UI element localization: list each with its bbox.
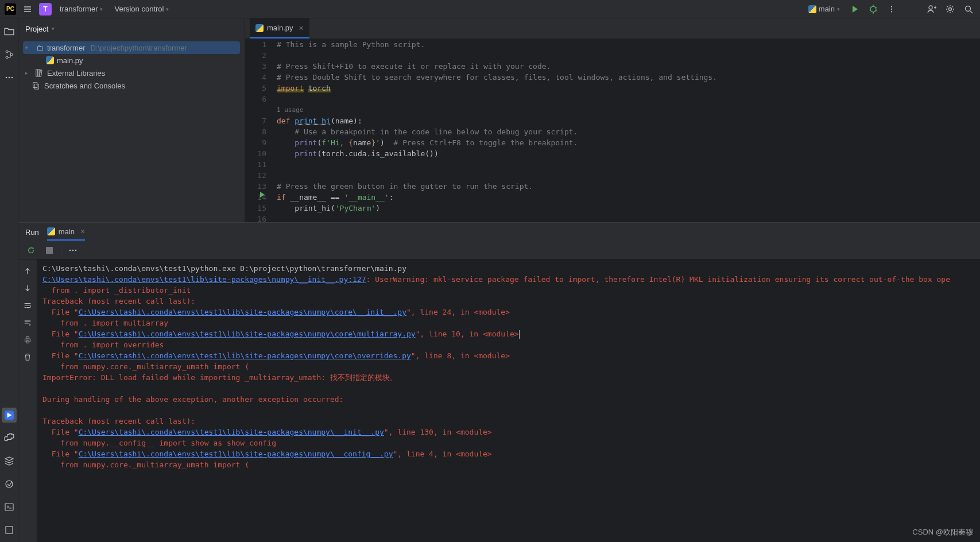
run-side-toolbar — [18, 260, 37, 542]
svg-point-2 — [891, 8, 892, 9]
python-icon — [808, 5, 816, 13]
services-icon[interactable] — [2, 454, 17, 469]
project-panel-title: Project — [25, 25, 48, 33]
editor-tab-label: main.py — [267, 24, 293, 32]
tree-file-name: main.py — [57, 56, 83, 65]
svg-point-24 — [72, 249, 74, 251]
editor-tab[interactable]: main.py × — [250, 18, 309, 38]
svg-point-0 — [870, 6, 876, 12]
scratches-label: Scratches and Consoles — [44, 82, 125, 90]
project-badge: T — [39, 3, 52, 16]
run-button[interactable] — [848, 2, 862, 16]
project-selector[interactable]: transformer ▾ — [56, 3, 106, 14]
library-icon — [35, 69, 44, 77]
svg-point-1 — [891, 6, 892, 7]
search-icon[interactable] — [962, 2, 975, 16]
run-panel: Run main × — [18, 222, 980, 542]
tree-root-item[interactable]: ▾ 🗀 transformer D:\project\python\transf… — [23, 41, 240, 54]
more-tools-icon[interactable] — [2, 70, 17, 85]
settings-icon[interactable] — [943, 2, 957, 16]
rerun-button[interactable] — [24, 243, 38, 257]
more-menu[interactable] — [885, 2, 898, 16]
gutter-run-icon[interactable] — [259, 192, 265, 198]
run-tab-label: main — [59, 227, 75, 236]
svg-point-23 — [69, 249, 71, 251]
chevron-down-icon: ▾ — [166, 6, 169, 12]
folder-icon: 🗀 — [35, 44, 44, 52]
project-name: transformer — [60, 5, 98, 13]
svg-point-10 — [5, 77, 7, 79]
stacktrace-link[interactable]: C:\Users\tashi\.conda\envs\test1\lib\sit… — [79, 450, 393, 458]
tree-file-item[interactable]: main.py — [23, 54, 240, 67]
soft-wrap-icon[interactable] — [21, 299, 34, 312]
code-usage-hint[interactable]: 1 usage — [277, 104, 973, 115]
account-icon[interactable] — [925, 2, 939, 16]
svg-rect-27 — [26, 337, 29, 339]
svg-rect-19 — [40, 70, 42, 77]
close-icon[interactable]: × — [299, 24, 304, 33]
run-tab[interactable]: main × — [47, 223, 85, 241]
console-output[interactable]: C:\Users\tashi\.conda\envs\test1\python.… — [37, 260, 980, 542]
run-config-dropdown[interactable]: main ▾ — [805, 3, 843, 14]
stacktrace-link[interactable]: C:\Users\tashi\.conda\envs\test1\lib\sit… — [79, 428, 384, 436]
editor-code[interactable]: # This is a sample Python script.# Press… — [277, 39, 980, 222]
titlebar: PC T transformer ▾ Version control ▾ mai… — [0, 0, 980, 18]
version-control-dropdown[interactable]: Version control ▾ — [111, 3, 172, 14]
svg-point-8 — [6, 56, 8, 59]
external-libs-label: External Libraries — [47, 69, 105, 78]
python-icon — [47, 227, 55, 235]
scroll-to-end-icon[interactable] — [21, 316, 34, 330]
svg-rect-16 — [6, 526, 13, 533]
watermark: CSDN @欧阳秦穆 — [912, 527, 973, 537]
svg-point-25 — [75, 249, 77, 251]
chevron-down-icon: ▾ — [837, 6, 840, 12]
project-panel: Project ▾ ▾ 🗀 transformer D:\project\pyt… — [18, 18, 245, 222]
terminal-icon[interactable] — [2, 500, 17, 514]
down-stack-icon[interactable] — [21, 281, 34, 295]
stacktrace-link[interactable]: C:\Users\tashi\.conda\envs\test1\lib\sit… — [79, 330, 416, 338]
pycharm-logo-icon: PC — [5, 3, 16, 15]
scratches-icon — [32, 82, 41, 90]
chevron-down-icon[interactable]: ▾ — [25, 45, 32, 51]
structure-icon[interactable] — [2, 47, 17, 62]
vcs-icon[interactable] — [2, 522, 17, 537]
stop-button[interactable] — [42, 243, 56, 257]
version-control-label: Version control — [114, 5, 164, 13]
left-toolbar — [0, 18, 18, 542]
run-panel-title: Run — [25, 228, 39, 237]
debug-button[interactable] — [866, 2, 880, 16]
up-stack-icon[interactable] — [21, 264, 34, 278]
chevron-down-icon: ▾ — [100, 6, 103, 12]
stacktrace-link[interactable]: C:\Users\tashi\.conda\envs\test1\lib\sit… — [79, 308, 406, 316]
svg-point-12 — [11, 77, 13, 79]
svg-point-4 — [929, 6, 932, 9]
stacktrace-link[interactable]: C:\Users\tashi\.conda\envs\test1\lib\sit… — [79, 351, 411, 360]
svg-point-7 — [6, 51, 8, 53]
trash-icon[interactable] — [21, 350, 34, 364]
run-tool-icon[interactable] — [2, 408, 17, 423]
tree-scratches[interactable]: Scratches and Consoles — [23, 79, 240, 92]
svg-rect-17 — [36, 69, 38, 76]
python-console-icon[interactable] — [2, 431, 17, 446]
python-icon — [255, 24, 264, 32]
editor: main.py × 12345678910111213141516 # This… — [245, 18, 980, 222]
console-options[interactable] — [66, 243, 80, 257]
svg-rect-18 — [38, 69, 40, 76]
chevron-right-icon[interactable]: ▸ — [25, 70, 32, 76]
folder-icon[interactable] — [2, 24, 17, 39]
close-icon[interactable]: × — [80, 227, 85, 236]
print-icon[interactable] — [21, 333, 34, 347]
tree-root-name: transformer — [47, 44, 85, 52]
svg-point-9 — [10, 53, 13, 56]
problems-icon[interactable] — [2, 477, 17, 491]
tree-external-libs[interactable]: ▸ External Libraries — [23, 67, 240, 79]
tree-root-path: D:\project\python\transformer — [90, 44, 187, 52]
hamburger-menu-icon[interactable] — [21, 2, 34, 16]
svg-rect-21 — [34, 84, 38, 89]
chevron-down-icon[interactable]: ▾ — [52, 26, 55, 32]
svg-point-11 — [8, 77, 10, 79]
svg-point-6 — [966, 6, 971, 11]
run-config-name: main — [819, 5, 835, 13]
stacktrace-link[interactable]: C:\Users\tashi\.conda\envs\test1\lib\sit… — [42, 275, 366, 284]
svg-point-5 — [949, 7, 952, 10]
